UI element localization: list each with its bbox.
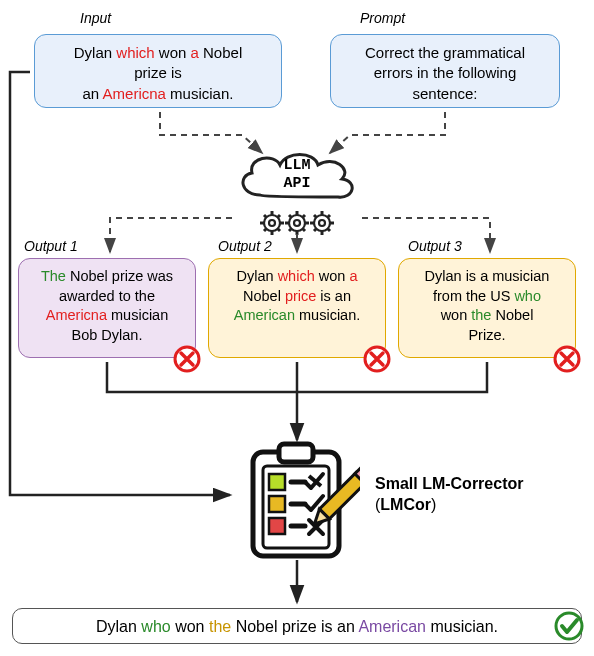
txt: Dylan [96, 618, 141, 635]
accept-icon [553, 610, 585, 642]
svg-rect-36 [269, 474, 285, 490]
paren2: ) [431, 496, 436, 513]
txt: won [171, 618, 209, 635]
pur-american: American [358, 618, 426, 635]
lmcor-label: Small LM-Corrector (LMCor) [375, 474, 523, 516]
txt: Nobel prize is an [231, 618, 358, 635]
svg-rect-38 [269, 518, 285, 534]
lmcor-bold: Small LM-Corrector [375, 475, 523, 492]
svg-rect-37 [269, 496, 285, 512]
svg-point-42 [556, 613, 582, 639]
txt: musician. [426, 618, 498, 635]
lmcor-name: LMCor [380, 496, 431, 513]
hl-the: the [209, 618, 231, 635]
ok-who: who [141, 618, 170, 635]
clipboard-icon [235, 440, 360, 565]
svg-rect-34 [279, 444, 313, 462]
final-output-box: Dylan who won the Nobel prize is an Amer… [12, 608, 582, 644]
